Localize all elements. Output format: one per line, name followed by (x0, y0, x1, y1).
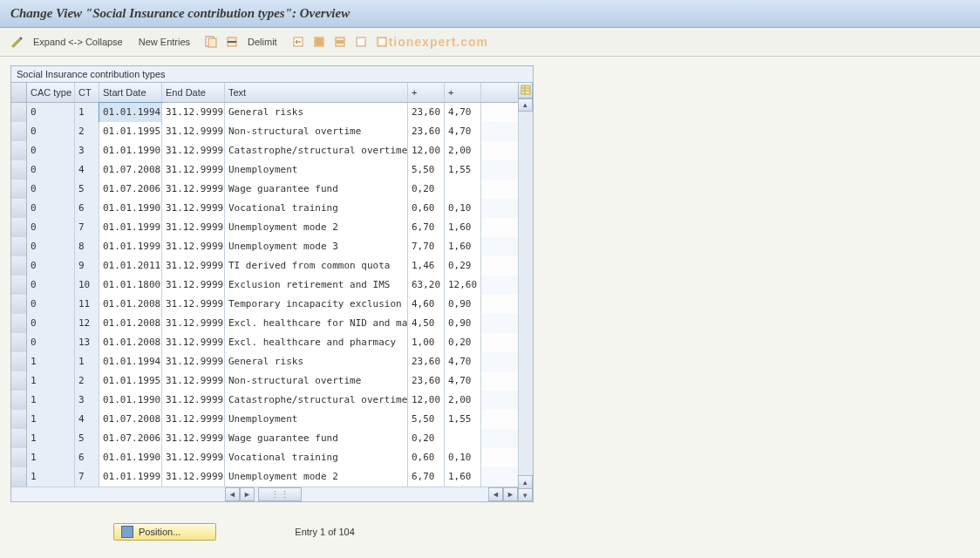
cell-rate-2[interactable]: 1,60 (445, 237, 481, 256)
horizontal-scrollbar[interactable]: ◄ ► ⋮⋮ ◄ ► (11, 487, 518, 501)
table-row[interactable]: 01201.01.200831.12.9999Excl. healthcare … (11, 314, 518, 333)
row-selector[interactable] (11, 371, 27, 391)
table-row[interactable]: 0501.07.200631.12.9999Wage guarantee fun… (11, 180, 518, 199)
hscroll-right-2-icon[interactable]: ► (503, 487, 518, 501)
cell-rate-1[interactable]: 5,50 (408, 160, 445, 180)
cell-rate-2[interactable]: 0,29 (445, 256, 481, 276)
cell-start-date[interactable]: 01.01.1990 (99, 141, 162, 160)
hscroll-left-2-icon[interactable]: ◄ (488, 487, 503, 501)
column-header-cac-type[interactable]: CAC type (27, 83, 75, 102)
cell-start-date[interactable]: 01.07.2006 (99, 180, 162, 199)
column-header-end-date[interactable]: End Date (162, 83, 225, 102)
row-selector[interactable] (11, 295, 27, 314)
cell-rate-2[interactable] (445, 180, 481, 199)
cell-end-date[interactable]: 31.12.9999 (162, 180, 225, 199)
cell-end-date[interactable]: 31.12.9999 (162, 122, 225, 141)
cell-rate-1[interactable]: 0,20 (408, 429, 445, 448)
cell-text[interactable]: Non-structural overtime (225, 371, 408, 391)
cell-start-date[interactable]: 01.01.1994 (99, 103, 162, 122)
cell-end-date[interactable]: 31.12.9999 (162, 256, 225, 276)
row-selector[interactable] (11, 333, 27, 352)
cell-rate-1[interactable]: 4,50 (408, 314, 445, 333)
hscroll-right-icon[interactable]: ► (240, 487, 255, 501)
hscroll-thumb[interactable]: ⋮⋮ (258, 487, 302, 501)
cell-start-date[interactable]: 01.01.1999 (99, 218, 162, 237)
cell-end-date[interactable]: 31.12.9999 (162, 429, 225, 448)
cell-text[interactable]: Unemployment (225, 410, 408, 429)
hscroll-left-icon[interactable]: ◄ (225, 487, 240, 501)
table-row[interactable]: 0401.07.200831.12.9999Unemployment5,501,… (11, 160, 518, 180)
cell-rate-2[interactable]: 4,70 (445, 122, 481, 141)
row-selector[interactable] (11, 256, 27, 276)
table-row[interactable]: 1701.01.199931.12.9999Unemployment mode … (11, 467, 518, 487)
cell-end-date[interactable]: 31.12.9999 (162, 410, 225, 429)
cell-text[interactable]: Unemployment mode 3 (225, 237, 408, 256)
row-selector[interactable] (11, 391, 27, 410)
cell-rate-1[interactable]: 6,70 (408, 467, 445, 487)
cell-rate-2[interactable]: 0,90 (445, 314, 481, 333)
row-selector[interactable] (11, 122, 27, 141)
cell-end-date[interactable]: 31.12.9999 (162, 276, 225, 295)
cell-text[interactable]: Vocational training (225, 448, 408, 467)
table-row[interactable]: 1101.01.199431.12.9999General risks23,60… (11, 352, 518, 371)
cell-start-date[interactable]: 01.01.1990 (99, 448, 162, 467)
cell-text[interactable]: General risks (225, 103, 408, 122)
delimit-button[interactable]: Delimit (248, 37, 277, 47)
cell-rate-2[interactable]: 1,55 (445, 160, 481, 180)
cell-end-date[interactable]: 31.12.9999 (162, 141, 225, 160)
cell-end-date[interactable]: 31.12.9999 (162, 295, 225, 314)
cell-text[interactable]: Unemployment mode 2 (225, 218, 408, 237)
cell-rate-1[interactable]: 0,60 (408, 448, 445, 467)
row-selector[interactable] (11, 103, 27, 122)
cell-rate-2[interactable]: 2,00 (445, 141, 481, 160)
table-row[interactable]: 0201.01.199531.12.9999Non-structural ove… (11, 122, 518, 141)
cell-text[interactable]: Non-structural overtime (225, 122, 408, 141)
cell-end-date[interactable]: 31.12.9999 (162, 391, 225, 410)
cell-rate-2[interactable]: 1,60 (445, 218, 481, 237)
row-selector[interactable] (11, 467, 27, 487)
cell-rate-1[interactable]: 0,60 (408, 199, 445, 218)
cell-start-date[interactable]: 01.01.2011 (99, 256, 162, 276)
cell-rate-2[interactable]: 4,70 (445, 352, 481, 371)
cell-rate-1[interactable]: 6,70 (408, 218, 445, 237)
cell-text[interactable]: Wage guarantee fund (225, 180, 408, 199)
column-header-plus-1[interactable]: + (408, 83, 445, 102)
deselect-all-icon[interactable] (352, 33, 370, 51)
cell-start-date[interactable]: 01.01.1995 (99, 122, 162, 141)
cell-text[interactable]: Excl. healthcare and pharmacy (225, 333, 408, 352)
cell-start-date[interactable]: 01.01.1800 (99, 276, 162, 295)
scroll-up-2-icon[interactable]: ▴ (518, 475, 533, 488)
row-selector[interactable] (11, 180, 27, 199)
cell-end-date[interactable]: 31.12.9999 (162, 218, 225, 237)
cell-end-date[interactable]: 31.12.9999 (162, 199, 225, 218)
cell-rate-1[interactable]: 23,60 (408, 352, 445, 371)
table-row[interactable]: 1501.07.200631.12.9999Wage guarantee fun… (11, 429, 518, 448)
row-selector[interactable] (11, 218, 27, 237)
cell-rate-2[interactable]: 4,70 (445, 371, 481, 391)
row-selector[interactable] (11, 141, 27, 160)
cell-end-date[interactable]: 31.12.9999 (162, 352, 225, 371)
cell-start-date[interactable]: 01.01.1999 (99, 467, 162, 487)
table-settings-icon[interactable] (518, 82, 533, 99)
select-all-icon[interactable] (310, 33, 328, 51)
scroll-down-icon[interactable]: ▾ (518, 488, 533, 501)
row-selector[interactable] (11, 429, 27, 448)
cell-rate-1[interactable]: 4,60 (408, 295, 445, 314)
cell-rate-2[interactable]: 0,90 (445, 295, 481, 314)
cell-end-date[interactable]: 31.12.9999 (162, 160, 225, 180)
cell-rate-2[interactable]: 1,55 (445, 410, 481, 429)
table-row[interactable]: 0101.01.199431.12.9999General risks23,60… (11, 103, 518, 122)
cell-start-date[interactable]: 01.07.2008 (99, 410, 162, 429)
table-row[interactable]: 01301.01.200831.12.9999Excl. healthcare … (11, 333, 518, 352)
scroll-track[interactable] (518, 112, 533, 475)
cell-rate-1[interactable]: 12,00 (408, 141, 445, 160)
row-selector[interactable] (11, 448, 27, 467)
cell-start-date[interactable]: 01.07.2008 (99, 160, 162, 180)
cell-text[interactable]: Unemployment mode 2 (225, 467, 408, 487)
cell-rate-2[interactable]: 1,60 (445, 467, 481, 487)
cell-rate-1[interactable]: 23,60 (408, 103, 445, 122)
cell-start-date[interactable]: 01.01.1994 (99, 352, 162, 371)
table-row[interactable]: 0301.01.199031.12.9999Catastrophe/struct… (11, 141, 518, 160)
cell-rate-1[interactable]: 1,00 (408, 333, 445, 352)
table-row[interactable]: 0901.01.201131.12.9999TI derived from co… (11, 256, 518, 276)
